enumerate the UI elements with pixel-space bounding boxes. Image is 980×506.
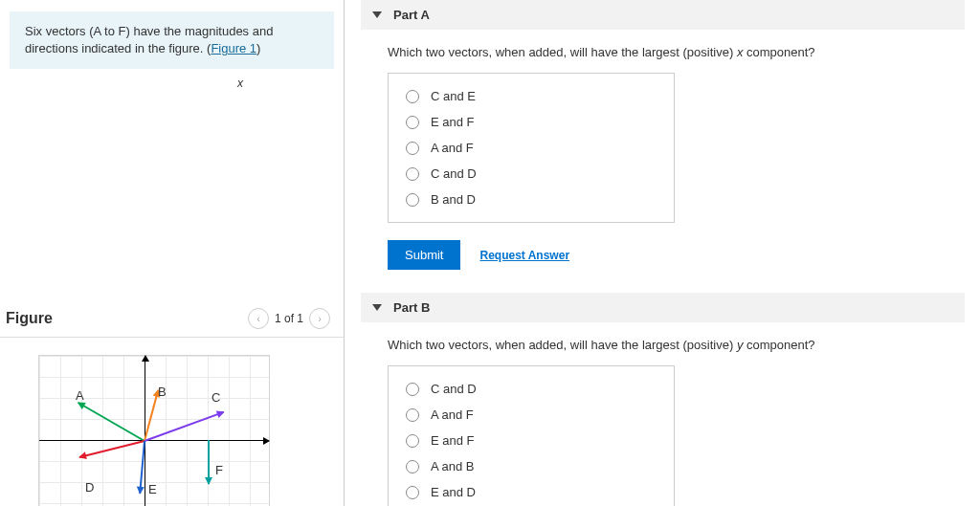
vector-A	[78, 403, 145, 443]
part-a-prompt-after: component?	[743, 45, 814, 59]
option-row[interactable]: A and B	[389, 453, 674, 479]
radio-button[interactable]	[406, 383, 419, 396]
option-label: A and B	[431, 459, 475, 473]
x-axis	[39, 440, 269, 441]
submit-button[interactable]: Submit	[388, 240, 460, 270]
radio-button[interactable]	[406, 142, 419, 155]
option-row[interactable]: A and F	[389, 402, 674, 428]
option-label: C and E	[431, 89, 476, 103]
part-a-actions: Submit Request Answer	[388, 240, 944, 270]
option-row[interactable]: C and E	[389, 83, 674, 109]
radio-button[interactable]	[406, 193, 419, 207]
vector-chart: A B C D E F	[38, 355, 270, 506]
part-a-body: Which two vectors, when added, will have…	[361, 30, 965, 293]
option-row[interactable]: A and F	[389, 135, 674, 161]
radio-button[interactable]	[406, 486, 419, 499]
label-E: E	[148, 482, 157, 496]
option-label: E and F	[431, 115, 475, 129]
vector-F	[208, 440, 210, 484]
figure-link[interactable]: Figure 1	[211, 41, 256, 55]
part-b-prompt-after: component?	[743, 338, 814, 352]
option-row[interactable]: C and D	[389, 161, 674, 187]
request-answer-link[interactable]: Request Answer	[479, 249, 569, 262]
problem-text-after: )	[256, 41, 260, 55]
pager-text: 1 of 1	[275, 312, 303, 325]
radio-button[interactable]	[406, 90, 419, 103]
radio-button[interactable]	[406, 460, 419, 473]
label-B: B	[158, 385, 167, 399]
next-figure-button[interactable]: ›	[309, 308, 330, 329]
radio-button[interactable]	[406, 408, 419, 422]
vector-B	[144, 390, 159, 442]
part-a-options: C and E E and F A and F C and D B and D	[388, 73, 675, 223]
option-row[interactable]: C and D	[389, 376, 674, 402]
radio-button[interactable]	[406, 434, 419, 448]
figure-title: Figure	[6, 310, 53, 327]
prev-figure-button[interactable]: ‹	[248, 308, 269, 329]
radio-button[interactable]	[406, 167, 419, 181]
chevron-down-icon	[372, 11, 382, 18]
option-row[interactable]: B and D	[389, 187, 674, 212]
part-a-title: Part A	[393, 8, 430, 22]
part-b-header[interactable]: Part B	[361, 293, 965, 322]
figure-pager: ‹ 1 of 1 ›	[248, 308, 330, 329]
part-b-prompt-before: Which two vectors, when added, will have…	[388, 338, 737, 352]
vector-C	[145, 411, 224, 442]
part-b-body: Which two vectors, when added, will have…	[361, 322, 965, 506]
vector-D	[79, 440, 145, 458]
part-b-prompt: Which two vectors, when added, will have…	[388, 338, 944, 352]
option-label: B and D	[431, 192, 476, 207]
part-b-title: Part B	[393, 300, 430, 315]
option-row[interactable]: E and D	[389, 479, 674, 505]
x-axis-label: x	[237, 77, 243, 90]
figure-header: Figure ‹ 1 of 1 ›	[0, 308, 344, 338]
label-C: C	[212, 390, 220, 405]
option-label: A and F	[431, 407, 474, 422]
option-label: C and D	[431, 382, 477, 396]
figure-body: A B C D E F x y	[0, 338, 344, 506]
radio-button[interactable]	[406, 116, 419, 129]
option-label: A and F	[431, 141, 474, 155]
option-label: C and D	[431, 166, 477, 181]
part-a-header[interactable]: Part A	[361, 0, 965, 30]
label-D: D	[85, 480, 94, 495]
option-row[interactable]: E and F	[389, 428, 674, 453]
part-b-options: C and D A and F E and F A and B E and D	[388, 365, 675, 506]
option-row[interactable]: E and F	[389, 109, 674, 135]
option-label: E and F	[431, 433, 475, 448]
part-a-prompt-before: Which two vectors, when added, will have…	[388, 45, 737, 59]
chevron-down-icon	[372, 304, 382, 311]
part-a-prompt: Which two vectors, when added, will have…	[388, 45, 944, 59]
problem-statement: Six vectors (A to F) have the magnitudes…	[10, 11, 334, 69]
option-label: E and D	[431, 485, 476, 499]
label-A: A	[76, 388, 84, 403]
label-F: F	[215, 463, 223, 477]
